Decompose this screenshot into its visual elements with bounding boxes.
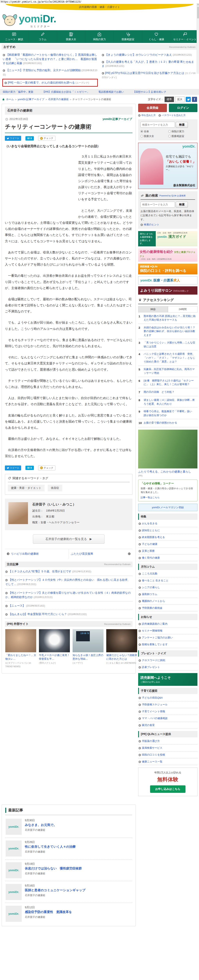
recommend-link[interactable]: ▶【鶴若麻理「看護師のノートから～倫理の扉をひらく」】意識回復は難しい患者 「い… (2, 51, 98, 67)
forgot-id-link[interactable]: ▶IDを忘れた方 (138, 114, 156, 117)
monthly-link[interactable]: ▶食べること 生きること (138, 577, 197, 584)
scroll-up-icon[interactable]: ▲ (197, 3, 199, 6)
ranking-item[interactable]: 7雨の日の頭痛 どう対処？ (138, 388, 197, 396)
featured-link[interactable]: ▶【性とパートナーシップ】夫との修復を図りながら迷いが生まれている女性（４）肉体… (5, 589, 133, 601)
recommend-link-pr[interactable]: ▶[PR] γGTPが51以上は要注意!?今注目を浴びる肝臓ケア方法とは (カゴ… (101, 70, 197, 81)
search-scope-hospital[interactable]: 病院の実力 (168, 130, 195, 133)
kampo-guide-banner[interactable]: 漢方にまつわる最新情報をお届けします。 広告 企画・制作 読売新聞社広告局 yo… (138, 231, 197, 247)
outbrain-credit[interactable]: Recommended by Outbrain (169, 46, 196, 48)
tokushu-link[interactable]: ▶働く世代の健康 (138, 555, 197, 562)
pr-card[interactable]: 「変わりましたねー！」大物タレ… (ビタブリッドジャパン on TREND NE… (5, 629, 36, 668)
mixi-check-button[interactable]: m チェック (38, 136, 55, 141)
pr-card[interactable]: 牛乳メーカーが遂に発見！骨密度を半… (雪印メグミルク) (39, 629, 70, 668)
breadcrumb-series[interactable]: 石井苗子の健康術 (48, 98, 68, 101)
medical-jobs-banner[interactable]: yomiDr. 医療・介護系求人 (138, 276, 197, 285)
drug-search-input[interactable] (141, 202, 175, 208)
login-button[interactable]: ログイン (169, 104, 197, 112)
qlife-news-link[interactable]: ▶病院の口コミを投稿 (138, 751, 197, 758)
notice-link[interactable]: ▶セミナー開催情報 (138, 627, 197, 634)
tokushu-link[interactable]: ▶子どもの健康 (138, 541, 197, 547)
series-list-button[interactable]: 石井苗子の健康術の一覧を見る▶ (33, 535, 104, 544)
latest-item[interactable]: yomiDr. 9月19日 休息だけでは治らない 慢性疲労症候群 石井苗子の健康… (5, 859, 132, 881)
recommend-link[interactable]: ▶【大人の健康を考える「大人び」】患者力（１２）妻の希望 果たせぬまま (201… (101, 59, 197, 70)
breadcrumb-home[interactable]: ホーム (6, 98, 14, 101)
ranking-item[interactable]: 9特養で心停止、救急搬送で「不審死」扱い 誰が責任を持つのか (138, 408, 197, 419)
kosodate-link[interactable]: ▶園児の食育 (138, 722, 197, 729)
tokushu-link[interactable]: ▶終末期医療を考える (138, 534, 197, 541)
ranking-item[interactable]: 2夫婦の会話はかみ合わないのが当たり前！？ 妻の逆鱗に触れず、自分も疲れない会話… (138, 324, 197, 339)
mailmagazine-banner[interactable]: yomiDr.メールマガジン登録 (138, 504, 197, 511)
latest-item[interactable]: yomiDr. 9月30日 みなさま、お元気で。 石井苗子の健康術 (5, 816, 132, 838)
featured-link[interactable]: ▶【ニュース】 (2019年06月14日) (5, 601, 133, 610)
pr-card[interactable]: 139 88 78 知らなきゃ損！血圧上昇の意外な理由… (エーザイ) (73, 629, 104, 668)
featured-link[interactable]: ▶【ねんきんQ】年金受取額 平均で月にいくら？ (2018年09月13日) (5, 610, 133, 618)
nav-news[interactable]: ニュース・解説 (0, 30, 28, 43)
trial-apply-button[interactable]: お申し込みはこちら (150, 785, 185, 793)
fontsize-large-button[interactable]: 拡大 (175, 97, 185, 102)
search-input[interactable] (141, 122, 175, 127)
nav-consultation[interactable]: 医療相談室 (114, 30, 142, 43)
qlife-hospital-banner[interactable]: 病院検索 ♥QLife 病院の口コミ・評判を調べる (138, 264, 197, 274)
register-button[interactable]: 会員登録 (138, 104, 167, 112)
latest-item[interactable]: yomiDr. 9月16日 医師と患者のコミュニケーションギャップ 石井苗子の健… (5, 881, 132, 903)
quick-link[interactable]: 電話医療相談でお願い (98, 90, 124, 94)
search-scope-all[interactable]: 全体 (141, 130, 167, 133)
search-scope-encyclopedia[interactable]: 医療大全 (141, 134, 167, 138)
hatena-bookmark-button[interactable]: B! 0 (25, 136, 34, 140)
nav-hospital-ranking[interactable]: 病院の実力 (85, 30, 114, 43)
tokushu-link[interactable]: ▶認知症とともに (138, 527, 197, 534)
women-health-banner[interactable]: 女性の健康情報を紹介 女性と健康プロジェクト ［広告］企画・制作／読売新聞社広告… (138, 248, 197, 262)
hatena-bookmark-button[interactable]: B! 0 (25, 466, 34, 470)
prev-article-link[interactable]: ◀ リハビリ出勤の健康術 (5, 549, 69, 559)
scrollbar-thumb[interactable] (197, 7, 199, 18)
breadcrumb-archive[interactable]: yomiDr.記事アーカイブ (17, 98, 44, 101)
facebook-share-button[interactable]: f (192, 97, 197, 102)
featured-link[interactable]: ▶【性とパートナーシップ】４０代女性（中）夫以外の男性との出会い 揺れる思いに高… (5, 576, 133, 589)
recommend-link-pr-highlighted[interactable]: ▶[PR] 一生に一度の検査で、がんの遺伝的傾向を調べる (ユーグレナ) (2, 79, 98, 87)
ranking-item[interactable]: 10お腹の音で腸の状態がわかる (138, 419, 197, 427)
recommend-link[interactable]: ▶【きょうの健康レシピ】ホウレンソウのピーナツあえ (2019年06月12日) (101, 51, 197, 59)
tweet-button[interactable]: ツイート (5, 136, 21, 141)
notice-link[interactable]: ▶投稿を募集しています (138, 641, 197, 648)
fontsize-standard-button[interactable]: 標準 (164, 97, 174, 102)
kosodate-link[interactable]: ▶ママ・パパの健康相談 (138, 715, 197, 722)
latest-item[interactable]: yomiDr. 9月26日 性に依存して生きていく人々の治療 石井苗子の健康術 (5, 838, 132, 859)
pr-card[interactable]: 健康だけじゃない？雑穀米に隠された力とは (くまもと風土 on LIKE!NEW… (106, 629, 137, 668)
ranking-item[interactable]: 3「見つかりにくい」大腸がん特集…こんな症状には注意 (138, 339, 197, 350)
scrollbar[interactable]: ▲ (197, 3, 199, 74)
quick-link[interactable]: 病院の実力「脳卒中」更新 (3, 90, 33, 94)
monthly-link[interactable]: ▶シニアの暮らし (138, 584, 197, 591)
notice-link[interactable]: ▶読売健康講座のご案内 (138, 620, 197, 627)
search-button[interactable]: 検索 (176, 122, 188, 128)
monthly-link[interactable]: ▶こころ元気塾 (138, 570, 197, 577)
ranking-item[interactable]: 5気象病…気圧低下自律神経に乱れ、両耳のマッサージ有効 (138, 366, 197, 377)
qlife-news-link[interactable]: ▶薬局検索サービス (138, 745, 197, 751)
recommend-link[interactable]: ▶【ニュース】子宮頸がん予防の錠剤、京大チームが治験開始 (2019年06月10… (2, 67, 98, 78)
qlife-link[interactable]: Powered by QLife お薬検索 (159, 194, 186, 197)
tokushu-link[interactable]: ▶災害と医療 (138, 547, 197, 555)
quick-link[interactable]: 【回想サロン】記者出前レク (133, 90, 166, 94)
monthly-link[interactable]: ▶看護師のノートから (138, 598, 197, 605)
ranking-item[interactable]: 1熟年期の妻の不調 原因は夫に？…育児期に抱えた不満が噴き出すケースも (138, 312, 197, 324)
featured-link[interactable]: ▶【ミチコさんの人“性”塾】５０歳、生理がまだです (2012年01月30日) (5, 567, 133, 576)
search-scope-consult[interactable]: 医療相談室 (168, 134, 195, 138)
kosodate-link[interactable]: ▶子どもの病気Q&A (138, 694, 197, 701)
present-link[interactable]: ▶読者プレゼント (138, 664, 197, 671)
tag-chip[interactable]: 健康・美容・ダイエット (8, 485, 44, 492)
kokoroyasume-link[interactable]: 記事一覧はこちら (141, 496, 160, 499)
forgot-password-link[interactable]: ▶パスワードを忘れた方 (158, 114, 186, 117)
archive-link[interactable]: yomiDr.記事アーカイブ (103, 118, 132, 121)
monthly-link[interactable]: ▶予防医療の最前線 (138, 605, 197, 611)
monthly-link[interactable]: ▶薬剤師コラム (138, 591, 197, 598)
kaisou-salon-banner[interactable]: よみうり回想サロン DVD＆出前レク (138, 286, 197, 294)
nav-column[interactable]: コラム (28, 30, 57, 43)
kosodate-link[interactable]: ▶予防接種スケジュール (138, 701, 197, 708)
site-logo[interactable]: yomiDr. ヨミドクター (19, 13, 56, 28)
nav-seminar-event[interactable]: セミナー・イベント (171, 30, 199, 43)
tag-chip[interactable]: 依存症 (48, 485, 62, 492)
present-link[interactable]: ▶クロスワードに挑戦 (138, 657, 197, 664)
outbrain-credit[interactable]: Recommended by Outbrain (104, 623, 131, 625)
nav-medical-encyclopedia[interactable]: 医療大全 (57, 30, 85, 43)
tokushu-link[interactable]: ▶がんを生きる (138, 520, 197, 527)
mixi-check-button[interactable]: m チェック (38, 466, 55, 470)
